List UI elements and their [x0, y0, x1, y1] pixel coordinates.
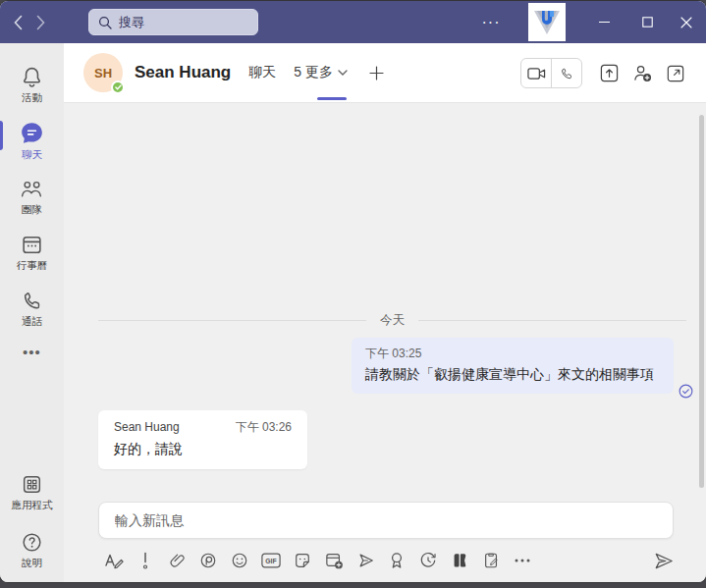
tab-chat[interactable]: 聊天 — [248, 43, 276, 103]
praise-icon — [390, 552, 404, 569]
close-button[interactable] — [671, 1, 702, 43]
sidebar-item-calls[interactable]: 通話 — [0, 283, 64, 335]
message-bubble-sent[interactable]: 下午 03:25 請教關於「叡揚健康宣導中心」來文的相關事項 — [352, 338, 674, 394]
share-screen-icon — [600, 64, 619, 82]
sidebar-item-label: 團隊 — [22, 203, 42, 217]
sticker-icon — [294, 552, 311, 569]
nav-forward-button[interactable] — [36, 15, 45, 30]
message-input-box[interactable] — [98, 502, 674, 539]
sidebar-item-label: 聊天 — [22, 148, 42, 162]
app-rail: 活動 聊天 團隊 行事曆 通話 ••• 應用程式 說明 — [0, 43, 64, 582]
sidebar-item-activity[interactable]: 活動 — [0, 59, 64, 111]
audio-call-button[interactable] — [552, 59, 581, 87]
more-icon — [515, 559, 530, 562]
message-text: 好的，請說 — [114, 441, 292, 458]
date-divider: 今天 — [98, 312, 686, 329]
forms-button[interactable] — [475, 546, 507, 575]
pop-out-icon — [667, 65, 684, 82]
message-time: 下午 03:25 — [365, 346, 660, 362]
rail-more-button[interactable]: ••• — [0, 339, 64, 364]
search-icon — [98, 16, 112, 29]
divider-line — [98, 320, 366, 321]
video-camera-icon — [527, 67, 546, 80]
stream-button[interactable] — [350, 546, 381, 575]
sidebar-item-teams[interactable]: 團隊 — [0, 171, 64, 223]
scrollbar-thumb[interactable] — [699, 115, 704, 488]
sidebar-item-label: 行事曆 — [17, 259, 48, 273]
praise-button[interactable] — [381, 546, 412, 575]
video-call-button[interactable] — [521, 59, 551, 87]
sidebar-item-chat[interactable]: 聊天 — [0, 115, 64, 167]
sidebar-item-apps[interactable]: 應用程式 — [0, 466, 64, 518]
schedule-send-button[interactable] — [412, 546, 444, 575]
message-time: 下午 03:26 — [236, 419, 292, 436]
send-icon — [654, 552, 674, 570]
loop-component-button[interactable] — [192, 546, 224, 575]
attach-file-button[interactable] — [161, 546, 192, 575]
loop-icon — [199, 552, 217, 569]
add-people-button[interactable] — [625, 57, 659, 90]
svg-text:GIF: GIF — [265, 558, 276, 564]
calendar-icon — [20, 233, 44, 257]
avatar[interactable]: SH — [83, 53, 123, 92]
gif-icon: GIF — [261, 553, 281, 568]
nav-back-button[interactable] — [14, 15, 23, 30]
search-input[interactable] — [119, 15, 237, 29]
sticker-button[interactable] — [287, 546, 318, 575]
tab-more-label: 5 更多 — [294, 64, 333, 81]
teams-icon — [19, 177, 45, 201]
message-input[interactable] — [115, 512, 657, 528]
active-indicator — [0, 121, 3, 150]
message-list[interactable]: 今天 下午 03:25 請教關於「叡揚健康宣導中心」來文的相關事項 Sean H… — [64, 103, 706, 498]
viva-learning-icon — [451, 552, 468, 569]
forms-icon — [483, 552, 500, 569]
maximize-icon — [642, 17, 653, 27]
presence-available-badge — [111, 80, 125, 94]
minimize-button[interactable] — [588, 1, 620, 43]
delivery-options-button[interactable] — [130, 546, 161, 575]
format-icon — [104, 552, 124, 569]
chevron-right-icon — [38, 16, 44, 28]
viva-learning-button[interactable] — [444, 546, 475, 575]
chat-pane: SH Sean Huang 聊天 5 更多 — [64, 43, 706, 582]
avatar-initials: SH — [94, 66, 112, 80]
message-seen-icon — [679, 384, 693, 399]
sidebar-item-calendar[interactable]: 行事曆 — [0, 227, 64, 279]
chat-icon — [19, 120, 45, 146]
send-button[interactable] — [648, 546, 679, 575]
call-button-group — [520, 58, 582, 88]
titlebar-more-button[interactable]: ··· — [476, 1, 506, 43]
close-icon — [680, 17, 692, 28]
gif-button[interactable]: GIF — [255, 546, 287, 575]
sidebar-item-help[interactable]: 說明 — [0, 524, 64, 576]
maximize-button[interactable] — [631, 1, 663, 43]
share-screen-button[interactable] — [592, 57, 625, 90]
chat-header-actions — [520, 43, 692, 103]
emoji-icon — [231, 552, 248, 569]
compose-area: GIF — [64, 498, 706, 582]
emoji-button[interactable] — [224, 546, 255, 575]
message-bubble-received[interactable]: Sean Huang 下午 03:26 好的，請說 — [98, 410, 307, 469]
app-logo — [528, 3, 566, 41]
schedule-meeting-button[interactable] — [318, 546, 350, 575]
minimize-icon — [599, 17, 610, 27]
search-bar[interactable] — [88, 9, 258, 35]
person-add-icon — [632, 64, 652, 82]
tab-chat-label: 聊天 — [248, 64, 276, 81]
chat-peer-name: Sean Huang — [135, 63, 231, 82]
sidebar-item-label: 活動 — [22, 91, 42, 105]
active-tab-underline — [317, 97, 347, 100]
divider-line — [418, 320, 686, 321]
attach-icon — [168, 552, 186, 569]
format-button[interactable] — [98, 546, 130, 575]
messaging-extensions-button[interactable] — [507, 546, 538, 575]
chevron-left-icon — [16, 16, 22, 28]
apps-icon — [20, 472, 44, 497]
tab-more-dropdown[interactable]: 5 更多 — [294, 43, 348, 103]
open-in-new-window-button[interactable] — [659, 57, 692, 90]
chevron-down-icon — [338, 70, 348, 76]
sidebar-item-label: 通話 — [22, 315, 42, 329]
importance-icon — [142, 552, 148, 569]
sidebar-item-label: 應用程式 — [12, 499, 53, 512]
add-tab-button[interactable] — [369, 43, 384, 103]
